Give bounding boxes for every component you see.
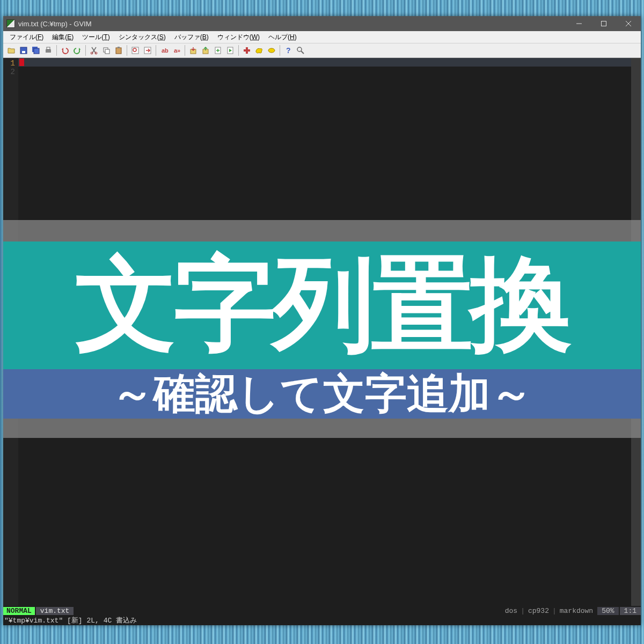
window-title: vim.txt (C:¥tmp) - GVIM xyxy=(18,20,567,28)
vertical-scrollbar[interactable] xyxy=(631,58,641,606)
svg-text:a»: a» xyxy=(174,47,180,54)
saveall-icon[interactable] xyxy=(30,45,42,56)
svg-rect-10 xyxy=(105,49,109,54)
findnext-icon[interactable] xyxy=(142,45,153,56)
menu-buffer[interactable]: バッファ(B) xyxy=(170,32,213,43)
paste-icon[interactable] xyxy=(113,45,125,56)
titlebar[interactable]: vim.txt (C:¥tmp) - GVIM xyxy=(3,16,641,31)
svg-point-24 xyxy=(268,48,275,53)
print-icon[interactable] xyxy=(42,45,54,56)
separator-icon xyxy=(238,45,239,56)
redo-icon[interactable] xyxy=(71,45,83,56)
make-icon[interactable] xyxy=(241,45,253,56)
find-help-icon[interactable] xyxy=(295,45,306,56)
menu-syntax[interactable]: シンタックス(S) xyxy=(114,32,170,43)
status-position: 1:1 xyxy=(620,607,641,615)
filename-indicator: vim.txt xyxy=(36,607,74,615)
app-window: vim.txt (C:¥tmp) - GVIM ファイル(F) 編集(E) ツー… xyxy=(3,16,641,625)
open-icon[interactable] xyxy=(5,45,17,56)
svg-rect-4 xyxy=(34,48,39,54)
close-button[interactable] xyxy=(616,16,641,31)
maximize-button[interactable] xyxy=(591,16,616,31)
minimize-button[interactable] xyxy=(567,16,591,31)
svg-rect-6 xyxy=(47,47,50,49)
menu-tools[interactable]: ツール(T) xyxy=(78,32,114,43)
svg-rect-23 xyxy=(246,47,248,54)
separator-icon xyxy=(85,45,86,56)
status-filetype: markdown xyxy=(557,607,596,615)
menubar: ファイル(F) 編集(E) ツール(T) シンタックス(S) バッファ(B) ウ… xyxy=(3,31,641,43)
undo-icon[interactable] xyxy=(59,45,71,56)
copy-icon[interactable] xyxy=(100,45,112,56)
svg-point-26 xyxy=(297,47,302,52)
line-number: 1 xyxy=(3,59,15,68)
text-buffer[interactable] xyxy=(18,58,631,606)
menu-file[interactable]: ファイル(F) xyxy=(5,32,48,43)
status-encoding: cp932 xyxy=(525,607,552,615)
svg-text:ab: ab xyxy=(162,47,169,54)
replaceall-icon[interactable]: a» xyxy=(171,45,182,56)
toolbar: ab a» ? xyxy=(3,43,641,58)
cut-icon[interactable] xyxy=(88,45,100,56)
help-icon[interactable]: ? xyxy=(282,45,294,56)
cursor-line-highlight xyxy=(18,58,631,67)
window-controls xyxy=(567,16,641,31)
separator-icon xyxy=(56,45,57,56)
mode-indicator: NORMAL xyxy=(3,607,35,615)
status-right: dos | cp932 | markdown 50% 1:1 xyxy=(502,607,641,615)
svg-rect-0 xyxy=(602,21,606,26)
svg-rect-5 xyxy=(46,49,51,53)
separator-icon xyxy=(280,45,280,56)
save-session-icon[interactable] xyxy=(200,45,211,56)
statusline: NORMAL vim.txt dos | cp932 | markdown 50… xyxy=(3,606,641,616)
line-number: 2 xyxy=(3,68,15,76)
replace-icon[interactable]: ab xyxy=(158,45,170,56)
new-script-icon[interactable] xyxy=(212,45,224,56)
menu-edit[interactable]: 編集(E) xyxy=(48,32,78,43)
command-line[interactable]: "¥tmp¥vim.txt" [新] 2L, 4C 書込み xyxy=(3,616,641,625)
svg-rect-12 xyxy=(118,47,120,48)
status-percent: 50% xyxy=(597,607,618,615)
menu-window[interactable]: ウィンドウ(W) xyxy=(213,32,264,43)
command-line-text: "¥tmp¥vim.txt" [新] 2L, 4C 書込み xyxy=(4,616,137,625)
load-session-icon[interactable] xyxy=(187,45,199,56)
shell-icon[interactable] xyxy=(253,45,265,56)
svg-rect-11 xyxy=(116,48,121,54)
tag-jump-icon[interactable] xyxy=(266,45,277,56)
line-number-gutter: 1 2 xyxy=(3,58,18,606)
separator-icon xyxy=(127,45,127,56)
block-cursor xyxy=(19,58,24,66)
svg-rect-2 xyxy=(22,51,25,53)
separator-icon xyxy=(185,45,185,56)
app-icon xyxy=(6,19,15,28)
find-icon[interactable] xyxy=(129,45,141,56)
editor-area[interactable]: 1 2 xyxy=(3,58,641,606)
menu-help[interactable]: ヘルプ(H) xyxy=(264,32,301,43)
save-icon[interactable] xyxy=(18,45,30,56)
svg-text:?: ? xyxy=(286,46,291,55)
run-script-icon[interactable] xyxy=(224,45,236,56)
separator-icon xyxy=(156,45,156,56)
status-os: dos xyxy=(502,607,521,615)
